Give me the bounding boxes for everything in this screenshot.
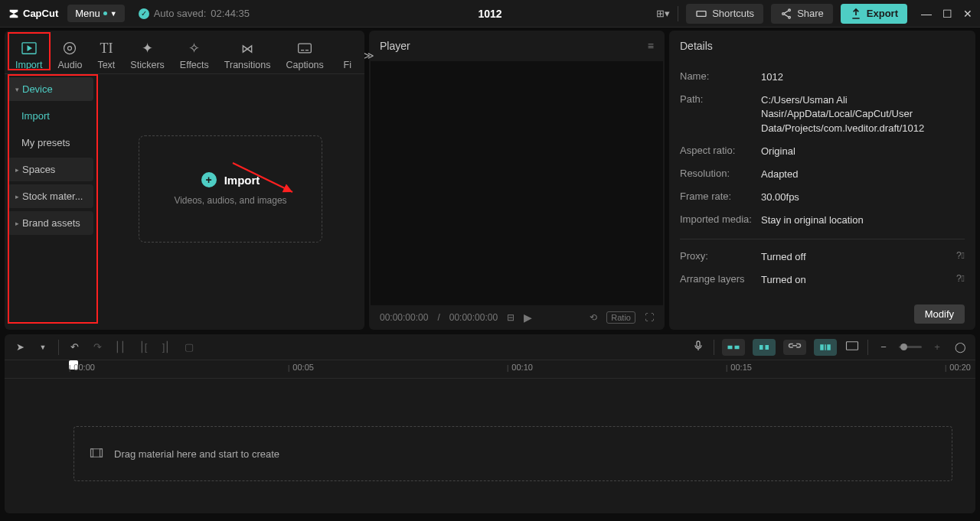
details-header: Details	[669, 31, 975, 61]
proxy-label: Proxy:	[680, 250, 761, 264]
play-button[interactable]: ▶	[524, 311, 532, 324]
player-title: Player	[380, 40, 410, 52]
sidebar-item-stock[interactable]: ▸Stock mater...	[8, 184, 93, 208]
export-button[interactable]: Export	[841, 4, 907, 24]
sidebar-item-spaces[interactable]: ▸Spaces	[8, 158, 93, 181]
shortcuts-button[interactable]: Shortcuts	[686, 4, 763, 24]
mic-icon[interactable]	[691, 340, 706, 354]
svg-point-2	[782, 12, 785, 15]
divider	[714, 340, 714, 355]
details-title: Details	[680, 40, 713, 52]
main-track-magnet[interactable]	[722, 339, 745, 356]
details-panel: Details Name:1012 Path:C:/Users/Usman Al…	[669, 31, 975, 330]
fullscreen-icon[interactable]: ⛶	[645, 312, 654, 323]
tab-captions[interactable]: Captions	[278, 37, 331, 73]
pointer-dropdown[interactable]: ▼	[35, 344, 51, 351]
ruler-tick: 00:05	[288, 363, 314, 372]
resolution-value: Adapted	[761, 168, 965, 181]
minimize-icon[interactable]: —	[921, 8, 932, 20]
timeline-ruler[interactable]: 00:00 00:05 00:10 00:15 00:20	[5, 360, 975, 379]
share-icon	[780, 8, 792, 20]
media-tabs: Import Audio TI Text ✦ Stickers ✧ Effect…	[5, 31, 364, 74]
auto-snap[interactable]	[753, 339, 776, 356]
player-header: Player ≡	[369, 31, 665, 61]
sidebar-item-device[interactable]: ▾Device	[8, 77, 93, 101]
import-tab-icon	[21, 40, 38, 57]
timeline-toolbar: ➤ ▼ ↶ ↷ ⎮⎮ ⎮[ ]⎮ ▢ − + ◯	[5, 334, 975, 360]
aspect-label: Aspect ratio:	[680, 145, 761, 158]
delete-button[interactable]: ▢	[181, 341, 197, 353]
name-value: 1012	[761, 70, 965, 84]
help-icon[interactable]: ?⃝	[956, 250, 965, 264]
help-icon[interactable]: ?⃝	[956, 273, 965, 287]
preview-axis[interactable]	[814, 339, 837, 356]
sidebar-item-brand[interactable]: ▸Brand assets	[8, 211, 93, 235]
import-label: Import	[224, 174, 260, 187]
caret-right-icon: ▸	[15, 220, 19, 227]
media-value: Stay in original location	[761, 213, 965, 227]
aspect-value: Original	[761, 145, 965, 158]
layout-icon[interactable]: ⊞▾	[656, 8, 670, 19]
autosave-status: ✓ Auto saved: 02:44:35	[139, 8, 250, 19]
pointer-tool[interactable]: ➤	[12, 341, 28, 353]
tab-text[interactable]: TI Text	[90, 37, 122, 73]
ruler-tick: 00:00	[69, 363, 95, 372]
sidebar-item-import[interactable]: Import	[8, 104, 93, 128]
captions-icon	[296, 40, 313, 57]
project-title: 1012	[478, 8, 501, 20]
check-icon: ✓	[139, 8, 149, 19]
compare-icon[interactable]: ⊟	[507, 312, 514, 323]
menu-button[interactable]: Menu ▼	[67, 5, 124, 22]
tab-stickers[interactable]: ✦ Stickers	[122, 37, 172, 73]
timeline-panel: ➤ ▼ ↶ ↷ ⎮⎮ ⎮[ ]⎮ ▢ − + ◯ 00:00 00:05 00:…	[5, 334, 975, 513]
transitions-icon: ⋈	[239, 40, 256, 57]
close-icon[interactable]: ✕	[963, 8, 972, 20]
tab-audio[interactable]: Audio	[50, 37, 90, 73]
ruler-tick: 00:20	[945, 363, 971, 372]
export-icon	[850, 8, 862, 20]
player-controls: 00:00:00:00 / 00:00:00:00 ⊟ ▶ ⟲ Ratio ⛶	[369, 305, 665, 330]
redo-button[interactable]: ↷	[90, 341, 105, 353]
menu-dot-icon	[103, 11, 107, 15]
svg-rect-7	[299, 44, 312, 53]
split-button[interactable]: ⎮⎮	[113, 341, 128, 353]
tab-import[interactable]: Import	[8, 37, 50, 73]
cover-icon[interactable]	[844, 340, 860, 353]
player-viewport	[371, 61, 663, 305]
media-label: Imported media:	[680, 213, 761, 227]
svg-rect-19	[91, 448, 93, 457]
divider	[58, 340, 59, 355]
player-menu-icon[interactable]: ≡	[648, 40, 654, 52]
share-button[interactable]: Share	[771, 4, 833, 24]
maximize-icon[interactable]: ☐	[942, 8, 952, 20]
zoom-slider[interactable]	[899, 346, 922, 348]
split-right-button[interactable]: ]⎮	[158, 341, 174, 353]
svg-point-5	[64, 43, 76, 54]
filters-icon	[339, 40, 356, 57]
zoom-out-icon[interactable]: −	[876, 341, 891, 353]
modify-button[interactable]: Modify	[914, 304, 965, 324]
resolution-label: Resolution:	[680, 168, 761, 181]
tab-filters[interactable]: Fi	[332, 37, 358, 73]
split-left-button[interactable]: ⎮[	[136, 341, 151, 353]
import-subtitle: Videos, audios, and images	[174, 195, 286, 206]
zoom-fit-icon[interactable]: ◯	[952, 341, 968, 353]
tabs-more-button[interactable]: ≫	[358, 50, 381, 61]
tab-effects[interactable]: ✧ Effects	[172, 37, 217, 73]
path-value: C:/Users/Usman Ali Nasir/AppData/Local/C…	[761, 93, 965, 135]
path-label: Path:	[680, 93, 761, 135]
linkage-icon[interactable]	[783, 340, 806, 355]
svg-rect-11	[735, 345, 740, 349]
undo-button[interactable]: ↶	[67, 341, 82, 353]
scale-icon[interactable]: ⟲	[590, 312, 597, 323]
timeline-tracks[interactable]: Drag material here and start to create	[5, 379, 975, 513]
sidebar-item-presets[interactable]: My presets	[8, 131, 93, 155]
zoom-in-icon[interactable]: +	[929, 341, 945, 353]
tab-transitions[interactable]: ⋈ Transitions	[217, 37, 279, 73]
svg-rect-17	[847, 342, 858, 350]
time-total: 00:00:00:00	[449, 312, 498, 323]
import-dropzone[interactable]: + Import Videos, audios, and images	[139, 135, 322, 243]
svg-point-6	[68, 47, 72, 50]
ratio-button[interactable]: Ratio	[606, 311, 635, 324]
timeline-dropzone[interactable]: Drag material here and start to create	[74, 426, 952, 481]
